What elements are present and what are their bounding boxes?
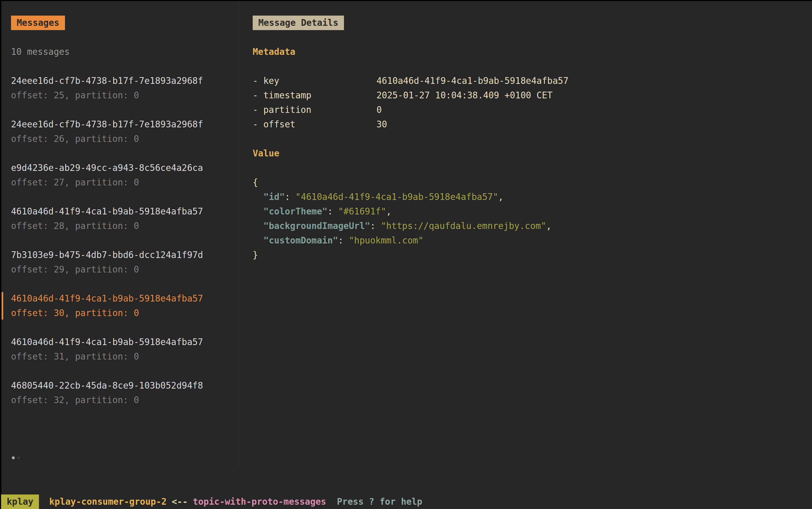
pagination-dot-active[interactable] [12, 456, 15, 459]
messages-panel-title: Messages [11, 15, 65, 30]
message-list-item[interactable]: 24eee16d-cf7b-4738-b17f-7e1893a2968f off… [11, 117, 239, 146]
json-field-backgroundImageUrl: "backgroundImageUrl": "https://qaufdalu.… [253, 219, 812, 233]
metadata-row-timestamp: - timestamp2025-01-27 10:04:38.409 +0100… [253, 88, 812, 103]
message-details-panel: Message Details Metadata - key4610a46d-4… [253, 1, 812, 262]
message-list-item[interactable]: 7b3103e9-b475-4db7-bbd6-dcc124a1f97d off… [11, 248, 239, 277]
metadata-table: - key4610a46d-41f9-4ca1-b9ab-5918e4afba5… [253, 74, 812, 132]
panel-divider [239, 1, 239, 466]
json-field-colorTheme: "colorTheme": "#61691f", [253, 204, 812, 219]
message-value-json: { "id": "4610a46d-41f9-4ca1-b9ab-5918e4a… [253, 175, 812, 262]
json-open-brace: { [253, 175, 812, 190]
json-field-customDomain: "customDomain": "hpuokmml.com" [253, 233, 812, 248]
message-details-panel-title: Message Details [253, 15, 344, 30]
pagination-dot-inactive[interactable] [17, 456, 20, 459]
messages-count: 10 messages [11, 45, 239, 59]
kplay-tui-window: Messages 10 messages 24eee16d-cf7b-4738-… [0, 0, 812, 509]
app-name-badge: kplay [1, 495, 39, 509]
message-list-item[interactable]: e9d4236e-ab29-49cc-a943-8c56ce4a26ca off… [11, 161, 239, 190]
json-close-brace: } [253, 248, 812, 262]
topic-name-label: topic-with-proto-messages [193, 495, 326, 509]
consumer-group-label: kplay-consumer-group-2 [49, 495, 167, 509]
message-list-item[interactable]: 24eee16d-cf7b-4738-b17f-7e1893a2968f off… [11, 74, 239, 103]
value-heading: Value [253, 146, 812, 161]
pagination [12, 455, 20, 461]
messages-list: 24eee16d-cf7b-4738-b17f-7e1893a2968f off… [11, 74, 239, 407]
json-field-id: "id": "4610a46d-41f9-4ca1-b9ab-5918e4afb… [253, 190, 812, 204]
metadata-row-partition: - partition0 [253, 103, 812, 117]
help-hint: Press ? for help [337, 495, 422, 509]
metadata-row-offset: - offset30 [253, 117, 812, 132]
status-bar: kplay kplay-consumer-group-2 <-- topic-w… [0, 495, 812, 509]
message-list-item-selected[interactable]: 4610a46d-41f9-4ca1-b9ab-5918e4afba57 off… [11, 291, 239, 320]
metadata-row-key: - key4610a46d-41f9-4ca1-b9ab-5918e4afba5… [253, 74, 812, 88]
message-list-item[interactable]: 4610a46d-41f9-4ca1-b9ab-5918e4afba57 off… [11, 204, 239, 233]
message-list-item[interactable]: 4610a46d-41f9-4ca1-b9ab-5918e4afba57 off… [11, 335, 239, 364]
messages-panel: Messages 10 messages 24eee16d-cf7b-4738-… [1, 1, 239, 422]
metadata-heading: Metadata [253, 45, 812, 59]
consumes-from-arrow: <-- [172, 495, 188, 509]
message-list-item[interactable]: 46805440-22cb-45da-8ce9-103b052d94f8 off… [11, 378, 239, 407]
